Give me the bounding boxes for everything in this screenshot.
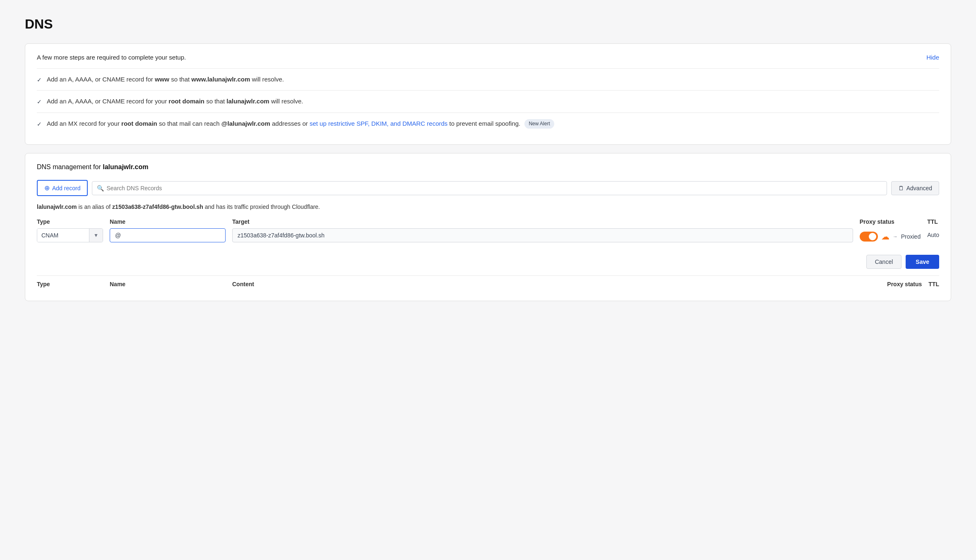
- cancel-button[interactable]: Cancel: [866, 255, 902, 269]
- plus-circle-icon: ⊕: [44, 184, 50, 192]
- alias-end: and has its traffic proxied through Clou…: [205, 203, 320, 210]
- ttl-col-label: TTL: [927, 218, 939, 225]
- setup-step-1: ✓ Add an A, AAAA, or CNAME record for ww…: [37, 68, 939, 90]
- advanced-button[interactable]: 🗒 Advanced: [891, 181, 939, 195]
- setup-step-2: ✓ Add an A, AAAA, or CNAME record for yo…: [37, 90, 939, 112]
- new-alert-badge: New Alert: [524, 119, 554, 129]
- search-wrapper: 🔍: [92, 181, 887, 195]
- table-header-proxy-status: Proxy status: [887, 281, 922, 287]
- dns-management-title: DNS management for lalunajwlr.com: [37, 163, 939, 171]
- type-select-value: CNAM: [37, 229, 89, 242]
- setup-step-3: ✓ Add an MX record for your root domain …: [37, 112, 939, 135]
- table-header-content: Content: [232, 281, 880, 287]
- toolbar: ⊕ Add record 🔍 🗒 Advanced: [37, 180, 939, 196]
- check-icon-3: ✓: [37, 120, 42, 129]
- target-input[interactable]: [232, 228, 853, 242]
- add-record-button[interactable]: ⊕ Add record: [37, 180, 88, 196]
- cloud-icon: ☁: [881, 232, 889, 242]
- hide-link[interactable]: Hide: [926, 54, 939, 61]
- proxy-toggle-row: ☁ → Proxied: [860, 232, 921, 242]
- alias-target: z1503a638-z7af4fd86-gtw.bool.sh: [112, 203, 203, 210]
- spf-link[interactable]: set up restrictive SPF, DKIM, and DMARC …: [310, 120, 447, 127]
- proxy-status-label: Proxy status: [860, 218, 921, 225]
- list-icon: 🗒: [898, 185, 904, 191]
- search-input[interactable]: [92, 181, 887, 195]
- name-input[interactable]: [110, 228, 226, 242]
- type-select-arrow[interactable]: ▼: [89, 229, 103, 242]
- dns-management-card: DNS management for lalunajwlr.com ⊕ Add …: [25, 153, 951, 301]
- proxy-status-col: Proxy status ☁ → Proxied: [860, 218, 921, 242]
- action-row: Cancel Save: [37, 251, 939, 276]
- setup-header-text: A few more steps are required to complet…: [37, 54, 186, 61]
- dns-domain: lalunajwlr.com: [103, 163, 148, 170]
- arrow-icon: →: [893, 234, 898, 239]
- page-title: DNS: [25, 17, 951, 32]
- alias-info: lalunajwlr.com is an alias of z1503a638-…: [37, 203, 939, 210]
- check-icon-2: ✓: [37, 97, 42, 106]
- type-col-label: Type: [37, 218, 103, 225]
- target-col-label: Target: [232, 218, 853, 225]
- add-record-label: Add record: [52, 185, 80, 191]
- setup-header: A few more steps are required to complet…: [37, 54, 939, 61]
- alias-domain: lalunajwlr.com: [37, 203, 77, 210]
- form-header-row: Type CNAM ▼ Name Target Proxy status ☁ →: [37, 218, 939, 242]
- table-header-ttl: TTL: [928, 281, 939, 287]
- check-icon-1: ✓: [37, 75, 42, 84]
- proxy-label: Proxied: [901, 233, 921, 240]
- ttl-col: TTL Auto: [927, 218, 939, 238]
- alias-middle: is an alias of: [78, 203, 112, 210]
- setup-card: A few more steps are required to complet…: [25, 43, 951, 145]
- table-header-type: Type: [37, 281, 103, 287]
- advanced-label: Advanced: [906, 185, 932, 191]
- table-header: Type Name Content Proxy status TTL: [37, 276, 939, 291]
- save-button[interactable]: Save: [906, 255, 939, 269]
- type-select[interactable]: CNAM ▼: [37, 228, 103, 242]
- proxy-toggle[interactable]: [860, 232, 878, 242]
- setup-step-1-text: Add an A, AAAA, or CNAME record for www …: [47, 74, 284, 84]
- table-header-name: Name: [110, 281, 226, 287]
- setup-step-3-text: Add an MX record for your root domain so…: [47, 119, 554, 129]
- setup-step-2-text: Add an A, AAAA, or CNAME record for your…: [47, 96, 303, 106]
- name-col-label: Name: [110, 218, 226, 225]
- search-icon: 🔍: [97, 185, 104, 191]
- ttl-value: Auto: [927, 232, 939, 238]
